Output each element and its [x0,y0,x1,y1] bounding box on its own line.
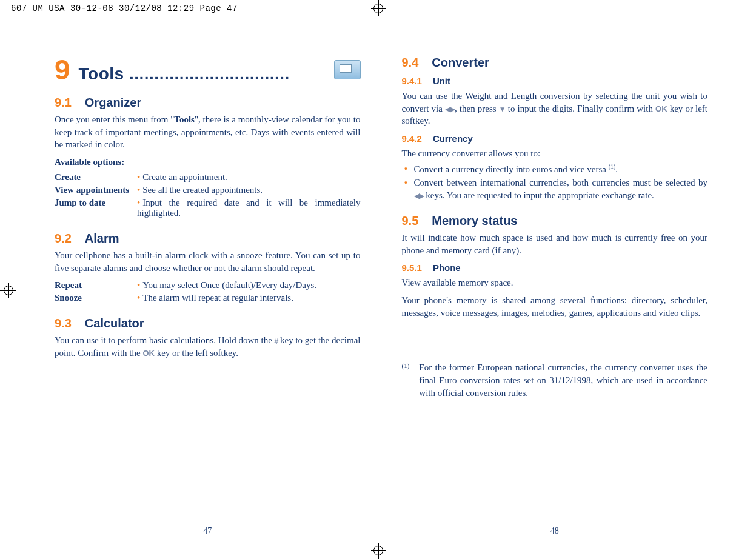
left-right-key-icon: ◀▶ [414,191,424,201]
opt-desc: •You may select Once (default)/Every day… [137,279,361,292]
ok-key-icon: OK [655,104,667,113]
footnote: (1) For the former European national cur… [402,361,708,399]
section-9-5-1-heading: 9.5.1Phone [402,263,708,273]
opt-term: Repeat [55,279,137,292]
section-9-4-1-heading: 9.4.1Unit [402,76,708,86]
currency-lead: The currency converter allows you to: [402,147,708,160]
section-9-2-heading: 9.2Alarm [55,232,361,246]
organizer-options: Create •Create an appointment. View appo… [55,171,361,219]
page-number-right: 48 [550,526,559,536]
currency-list: Convert a currency directly into euros a… [402,162,708,202]
opt-desc: •Input the required date and it will be … [137,196,361,219]
section-9-4-heading: 9.4Converter [402,56,708,70]
left-right-key-icon: ◀▶ [445,104,455,115]
crop-mark-left [0,278,22,303]
print-meta-header: 607_UM_USA_30-12-08 30/12/08 12:29 Page … [11,4,238,13]
alarm-options: Repeat •You may select Once (default)/Ev… [55,279,361,304]
down-key-icon: ▼ [499,104,506,115]
page-right: 9.4Converter 9.4.1Unit You can use the W… [402,56,708,517]
memory-status-para: It will indicate how much space is used … [402,232,708,256]
organizer-intro: Once you enter this menu from "Tools", t… [55,113,361,151]
list-item: Convert a currency directly into euros a… [402,162,708,176]
footnote-text: For the former European national currenc… [419,361,707,399]
opt-term: Create [55,171,137,184]
opt-term: View appointments [55,184,137,196]
opt-term: Snooze [55,292,137,304]
opt-desc: •See all the created appointments. [137,184,361,196]
alarm-intro: Your cellphone has a built-in alarm cloc… [55,249,361,274]
chapter-title: Tools ................................ [79,64,329,84]
footnote-ref: (1) [609,163,616,170]
calculator-para: You can use it to perform basic calculat… [55,334,361,359]
section-9-5-heading: 9.5Memory status [402,214,708,228]
page-left: 9 Tools ................................… [55,56,361,517]
opt-term: Jump to date [55,196,137,219]
phone-mem-p2: Your phone's memory is shared among seve… [402,294,708,319]
list-item: Convert between international currencies… [402,176,708,201]
section-9-3-heading: 9.3Calculator [55,316,361,330]
section-9-1-heading: 9.1Organizer [55,96,361,110]
opt-desc: •Create an appointment. [137,171,361,184]
available-options-label: Available options: [55,157,361,167]
crop-mark-bottom [366,537,390,559]
phone-mem-p1: View available memory space. [402,276,708,289]
unit-para: You can use the Weight and Length conver… [402,90,708,127]
opt-desc: •The alarm will repeat at regular interv… [137,292,361,304]
section-9-4-2-heading: 9.4.2Currency [402,133,708,144]
tools-icon [334,60,361,79]
chapter-number: 9 [55,56,70,84]
page-number-left: 47 [203,526,212,536]
footnote-marker: (1) [402,361,410,399]
crop-mark-top [366,0,390,22]
ok-key-icon: OK [142,349,155,358]
